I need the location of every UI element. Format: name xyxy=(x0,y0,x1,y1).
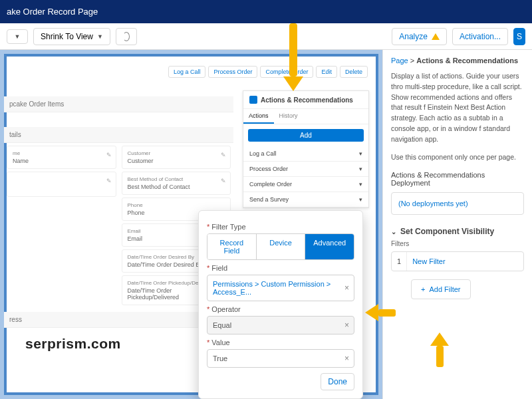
operator-label: Operator xyxy=(207,305,354,313)
component-note: Use this component only once per page. xyxy=(391,152,524,163)
field-contact[interactable]: Best Method of ContactBest Method of Con… xyxy=(122,172,231,195)
filter-name: New Filter xyxy=(407,252,451,271)
pencil-icon: ✎ xyxy=(221,178,226,184)
watermark-text: serprism.com xyxy=(25,336,121,352)
visibility-section-header[interactable]: ⌄ Set Component Visibility xyxy=(391,227,524,236)
shrink-to-view-button[interactable]: Shrink To View▼ xyxy=(33,28,110,45)
save-button[interactable]: S xyxy=(513,28,525,45)
properties-panel: Page > Actions & Recommendations Display… xyxy=(382,50,532,399)
warning-icon xyxy=(432,33,440,40)
caret-down-icon: ▾ xyxy=(359,166,362,172)
visibility-title: Set Component Visibility xyxy=(400,227,494,236)
seg-advanced[interactable]: Advanced xyxy=(305,234,354,259)
filter-editor-popover: Filter Type Record Field Device Advanced… xyxy=(198,210,363,399)
caret-down-icon: ▾ xyxy=(359,196,362,203)
pencil-icon: ✎ xyxy=(106,152,112,158)
clear-value-icon[interactable]: × xyxy=(344,354,349,363)
field-input[interactable]: Permissions > Custom Permission > Access… xyxy=(207,275,354,301)
analyze-button[interactable]: Analyze xyxy=(392,28,447,45)
pencil-icon: ✎ xyxy=(221,152,226,158)
breadcrumb-page[interactable]: Page xyxy=(391,57,408,65)
field-name[interactable]: meName✎ xyxy=(7,146,116,169)
caret-down-icon: ▼ xyxy=(97,33,103,40)
clear-field-icon[interactable]: × xyxy=(344,283,349,293)
deployment-picker[interactable]: (No deployments yet) xyxy=(391,192,524,215)
refresh-button[interactable] xyxy=(116,28,137,45)
tab-history[interactable]: History xyxy=(274,109,303,124)
caret-down-icon: ▾ xyxy=(359,150,362,157)
field-blank[interactable]: ✎ xyxy=(7,172,116,197)
seg-device[interactable]: Device xyxy=(257,234,306,259)
process-order-action[interactable]: Process Order xyxy=(208,66,257,78)
filter-type-segment: Record Field Device Advanced xyxy=(207,233,354,260)
order-items-title: pcake Order Items xyxy=(4,96,233,112)
ar-row-survey[interactable]: Send a Survey▾ xyxy=(243,192,368,207)
add-filter-button[interactable]: + Add Filter xyxy=(411,279,471,299)
breadcrumb-current: Actions & Recommendations xyxy=(416,57,518,65)
field-customer[interactable]: CustomerCustomer✎ xyxy=(122,146,231,169)
add-filter-label: Add Filter xyxy=(429,285,460,293)
done-button[interactable]: Done xyxy=(321,373,354,390)
pencil-icon: ✎ xyxy=(106,178,112,184)
ar-row-process[interactable]: Process Order▾ xyxy=(243,162,368,177)
chevron-down-icon: ⌄ xyxy=(391,228,396,235)
details-title: tails xyxy=(4,127,233,143)
operator-input[interactable]: Equal xyxy=(207,316,354,334)
caret-down-icon: ▾ xyxy=(359,181,362,188)
value-input[interactable]: True xyxy=(207,349,354,368)
toolbar: ▼ Shrink To View▼ Analyze Activation... … xyxy=(0,23,532,50)
filters-label: Filters xyxy=(391,240,524,247)
ar-row-log[interactable]: Log a Call▾ xyxy=(243,146,368,162)
shrink-label: Shrink To View xyxy=(41,32,93,41)
breadcrumb: Page > Actions & Recommendations xyxy=(391,57,524,65)
filter-row-1[interactable]: 1 New Filter xyxy=(391,251,524,271)
ar-add-button[interactable]: Add xyxy=(248,129,364,142)
value-label: Value xyxy=(207,338,354,346)
filter-index: 1 xyxy=(392,252,407,271)
edit-action[interactable]: Edit xyxy=(316,66,337,78)
delete-action[interactable]: Delete xyxy=(340,66,368,78)
deployment-section-title: Actions & Recommendations Deployment xyxy=(391,171,524,187)
clear-operator-icon[interactable]: × xyxy=(344,321,349,330)
header-bar: ake Order Record Page xyxy=(0,0,532,23)
field-label: Field xyxy=(207,264,354,272)
caret-down-icon: ▼ xyxy=(15,33,21,40)
activation-button[interactable]: Activation... xyxy=(452,28,508,45)
analyze-label: Analyze xyxy=(399,32,428,41)
seg-record-field[interactable]: Record Field xyxy=(207,234,257,259)
tab-actions[interactable]: Actions xyxy=(243,109,274,124)
ar-icon xyxy=(249,96,257,104)
log-call-action[interactable]: Log a Call xyxy=(168,66,206,78)
component-description: Display a list of actions. Guide your us… xyxy=(391,71,524,144)
record-action-buttons: Log a Call Process Order Complete Order … xyxy=(168,66,368,78)
ar-row-complete[interactable]: Complete Order▾ xyxy=(243,177,368,192)
ar-tabs: Actions History xyxy=(243,109,368,124)
ar-title: Actions & Recommendations xyxy=(261,96,353,104)
actions-recommendations-component[interactable]: Actions & Recommendations Actions Histor… xyxy=(243,90,369,208)
page-title: ake Order Record Page xyxy=(7,7,98,17)
plus-icon: + xyxy=(421,285,425,293)
complete-order-action[interactable]: Complete Order xyxy=(260,66,313,78)
filter-type-label: Filter Type xyxy=(207,223,354,231)
refresh-icon xyxy=(123,32,130,41)
back-dropdown[interactable]: ▼ xyxy=(7,29,28,44)
ar-header: Actions & Recommendations xyxy=(243,91,368,109)
